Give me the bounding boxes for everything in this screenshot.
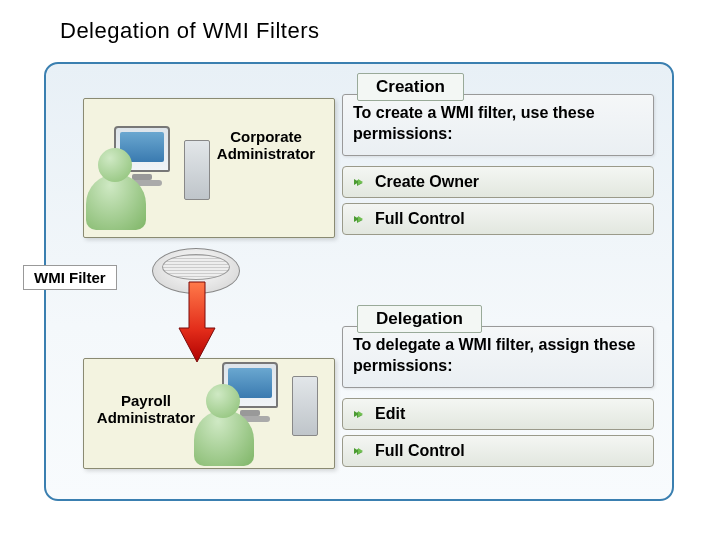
creation-panel: Creation To create a WMI filter, use the… <box>342 94 654 156</box>
delegation-permission-row: Full Control <box>342 435 654 467</box>
corporate-admin-icon <box>88 118 210 230</box>
creation-body: To create a WMI filter, use these permis… <box>353 103 645 145</box>
creation-permission-row: Create Owner <box>342 166 654 198</box>
corporate-admin-label: Corporate Administrator <box>214 128 318 163</box>
delegation-permission-label: Edit <box>375 405 405 423</box>
delegation-panel: Delegation To delegate a WMI filter, ass… <box>342 326 654 388</box>
bullet-icon <box>353 176 365 188</box>
page-title: Delegation of WMI Filters <box>0 0 720 44</box>
delegation-body: To delegate a WMI filter, assign these p… <box>353 335 645 377</box>
payroll-admin-icon <box>196 354 318 466</box>
payroll-admin-label: Payroll Administrator <box>94 392 198 427</box>
delegation-heading: Delegation <box>357 305 482 333</box>
wmi-filter-label: WMI Filter <box>23 265 117 290</box>
bullet-icon <box>353 445 365 457</box>
creation-permission-row: Full Control <box>342 203 654 235</box>
delegation-permission-row: Edit <box>342 398 654 430</box>
creation-permission-label: Create Owner <box>375 173 479 191</box>
creation-permission-label: Full Control <box>375 210 465 228</box>
bullet-icon <box>353 213 365 225</box>
bullet-icon <box>353 408 365 420</box>
diagram-frame: Corporate Administrator WMI Filter Payro… <box>44 62 674 501</box>
delegation-permission-label: Full Control <box>375 442 465 460</box>
creation-heading: Creation <box>357 73 464 101</box>
wmi-filter-icon <box>152 248 240 294</box>
